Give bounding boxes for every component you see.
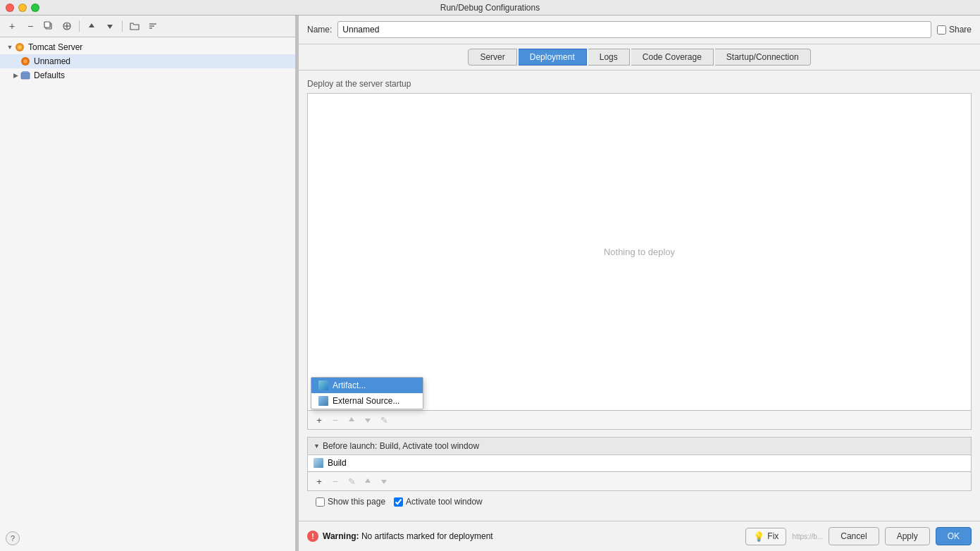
external-source-label: External Source...	[333, 396, 399, 406]
show-page-text: Show this page	[328, 497, 385, 507]
tab-deployment[interactable]: Deployment	[519, 49, 587, 66]
deploy-list-container: Nothing to deploy + − ✎	[307, 93, 972, 430]
deployment-tab-content: Deploy at the server startup Nothing to …	[299, 70, 980, 521]
url-hint: https://b...	[792, 533, 823, 540]
copy-configuration-button[interactable]	[41, 18, 56, 34]
fix-button[interactable]: 💡 Fix	[745, 528, 786, 545]
before-launch-edit-button[interactable]: ✎	[345, 474, 359, 488]
move-configuration-button[interactable]	[59, 18, 75, 34]
before-launch-arrow[interactable]: ▼	[314, 442, 320, 450]
before-launch-remove-button[interactable]: −	[328, 474, 342, 488]
help-area: ?	[6, 531, 20, 545]
svg-rect-13	[21, 73, 30, 79]
before-launch-body: Build + − ✎	[307, 454, 972, 491]
help-button[interactable]: ?	[6, 531, 20, 545]
external-source-icon	[318, 396, 328, 406]
warning-icon: !	[307, 531, 318, 542]
show-page-checkbox[interactable]	[316, 497, 325, 507]
build-label: Build	[328, 458, 347, 468]
fix-label: Fix	[767, 531, 779, 541]
traffic-lights	[6, 4, 39, 12]
tree-arrow-defaults: ▶	[11, 71, 20, 80]
tabs-row: Server Deployment Logs Code Coverage Sta…	[299, 44, 980, 70]
before-launch-add-button[interactable]: +	[312, 474, 326, 488]
tab-server[interactable]: Server	[468, 49, 516, 66]
share-label: Share	[949, 25, 972, 35]
deploy-add-button[interactable]: +	[312, 413, 326, 427]
artifact-label: Artifact...	[333, 380, 366, 390]
tree-item-tomcat-server[interactable]: ▼ Tomcat Server	[0, 40, 295, 54]
deploy-section-label: Deploy at the server startup	[307, 79, 972, 89]
create-folder-button[interactable]	[127, 18, 142, 34]
bottom-right-actions: 💡 Fix https://b... Cancel Apply OK	[745, 527, 972, 545]
content-panel: Name: Share Server Deployment Logs Code …	[299, 16, 980, 551]
add-configuration-button[interactable]: +	[4, 18, 20, 34]
cancel-button[interactable]: Cancel	[829, 527, 879, 545]
toolbar-separator-2	[122, 20, 123, 32]
tree-item-unnamed[interactable]: Unnamed	[0, 54, 295, 68]
tab-startup-connection[interactable]: Startup/Connection	[715, 49, 811, 66]
svg-rect-1	[44, 22, 50, 27]
ok-button[interactable]: OK	[936, 527, 972, 545]
deploy-edit-button[interactable]: ✎	[377, 413, 391, 427]
activate-tool-window-text: Activate tool window	[406, 497, 483, 507]
dropdown-item-external-source[interactable]: External Source...	[311, 393, 423, 409]
move-up-button[interactable]	[84, 18, 99, 34]
warning-detail: No artifacts marked for deployment	[361, 531, 493, 541]
deploy-toolbar: + − ✎ Artifact...	[308, 410, 971, 429]
toolbar-separator	[79, 20, 80, 32]
options-row: Show this page Activate tool window	[307, 491, 972, 512]
minimize-button[interactable]	[18, 4, 27, 12]
title-bar: Run/Debug Configurations	[0, 0, 980, 16]
tab-code-coverage[interactable]: Code Coverage	[631, 49, 714, 66]
svg-point-12	[23, 59, 27, 63]
share-area: Share	[937, 25, 972, 35]
unnamed-label: Unnamed	[34, 56, 70, 66]
name-label: Name:	[307, 25, 332, 35]
build-row: Build	[308, 455, 971, 471]
name-row: Name: Share	[299, 16, 980, 44]
window-title: Run/Debug Configurations	[440, 3, 540, 13]
tab-logs[interactable]: Logs	[588, 49, 630, 66]
deploy-dropdown-popup: Artifact... External Source...	[311, 377, 423, 409]
before-launch-toolbar: + − ✎	[308, 471, 971, 490]
tomcat-server-label: Tomcat Server	[28, 42, 82, 52]
nothing-to-deploy-text: Nothing to deploy	[604, 247, 675, 257]
tree-item-defaults[interactable]: ▶ Defaults	[0, 68, 295, 82]
name-input[interactable]	[337, 21, 931, 38]
warning-text: Warning: No artifacts marked for deploym…	[323, 531, 493, 541]
unnamed-server-icon	[20, 56, 31, 67]
maximize-button[interactable]	[31, 4, 39, 12]
move-down-button[interactable]	[102, 18, 118, 34]
close-button[interactable]	[6, 4, 14, 12]
share-checkbox[interactable]	[937, 25, 946, 35]
artifact-icon	[318, 380, 328, 390]
lightbulb-icon: 💡	[753, 531, 764, 542]
deploy-remove-button[interactable]: −	[328, 413, 342, 427]
warning-area: ! Warning: No artifacts marked for deplo…	[307, 531, 493, 542]
dropdown-item-artifact[interactable]: Artifact...	[311, 378, 423, 393]
sidebar-toolbar: + −	[0, 16, 295, 37]
before-launch-header: ▼ Before launch: Build, Activate tool wi…	[307, 437, 972, 454]
tree-arrow-tomcat: ▼	[6, 43, 14, 51]
show-page-label[interactable]: Show this page	[316, 497, 385, 507]
remove-configuration-button[interactable]: −	[23, 18, 38, 34]
deploy-list: Nothing to deploy	[308, 94, 971, 410]
deploy-move-up-button[interactable]	[345, 413, 359, 427]
defaults-icon	[20, 70, 31, 81]
sort-button[interactable]	[145, 18, 161, 34]
tomcat-server-icon	[14, 42, 25, 53]
apply-button[interactable]: Apply	[885, 527, 930, 545]
activate-tool-window-label[interactable]: Activate tool window	[394, 497, 483, 507]
before-launch-move-down-button[interactable]	[377, 474, 391, 488]
deploy-move-down-button[interactable]	[361, 413, 375, 427]
sidebar: + −	[0, 16, 296, 551]
before-launch-label: Before launch: Build, Activate tool wind…	[323, 441, 479, 451]
svg-point-10	[18, 46, 21, 49]
before-launch-move-up-button[interactable]	[361, 474, 375, 488]
activate-tool-window-checkbox[interactable]	[394, 497, 403, 507]
sidebar-tree: ▼ Tomcat Server Un	[0, 37, 295, 551]
build-icon	[314, 458, 323, 468]
defaults-label: Defaults	[34, 70, 65, 80]
bottom-bar: ! Warning: No artifacts marked for deplo…	[299, 521, 980, 551]
